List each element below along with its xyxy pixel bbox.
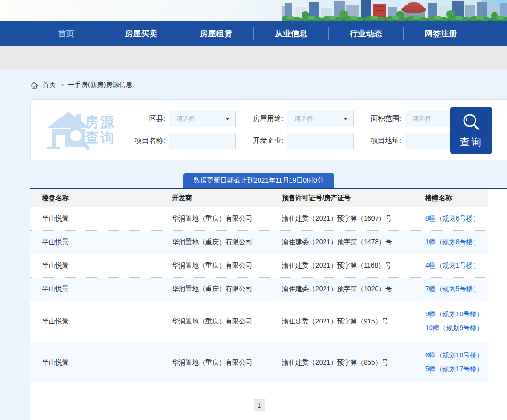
search-form: 区县: -请选择- 房屋用途: -请选择- 面积范围: -请选择- 项目名称:: [129, 111, 483, 149]
results-panel: 楼盘名称 开发商 预售许可证号/房产证号 楼幢名称 半山悦景 华润置地（重庆）有…: [30, 188, 507, 420]
cell-developer: 华润置地（重庆）有限公司: [160, 261, 270, 270]
district-label: 区县:: [129, 114, 165, 123]
cell-developer: 华润置地（重庆）有限公司: [160, 285, 270, 293]
building-link[interactable]: 10幢（规划9号楼）: [425, 324, 488, 333]
results-table: 楼盘名称 开发商 预售许可证号/房产证号 楼幢名称 半山悦景 华润置地（重庆）有…: [30, 189, 488, 383]
building-link[interactable]: 9幢（规划10号楼）: [425, 310, 488, 319]
query-button[interactable]: 查询: [450, 107, 492, 154]
table-row: 半山悦景 华润置地（重庆）有限公司 渝住建委（2021）预字第（1478）号 1…: [30, 231, 488, 254]
nav-item-house-sale[interactable]: 房屋买卖: [104, 21, 179, 46]
chevron-down-icon: [225, 118, 230, 120]
project-address-label: 项目地址:: [365, 136, 401, 145]
pagination: 1: [30, 399, 488, 420]
header-project-name: 楼盘名称: [30, 194, 160, 203]
developer-label: 开发企业:: [247, 136, 283, 145]
cell-project: 半山悦景: [30, 238, 160, 247]
cell-permit: 渝住建委（2021）预字第（1478）号: [270, 238, 413, 247]
logo-text: 房源 查询: [85, 114, 116, 146]
header-building-name: 楼幢名称: [413, 194, 488, 203]
cell-project: 半山悦景: [30, 317, 160, 326]
building-link[interactable]: 5幢（规划17号楼）: [425, 365, 488, 374]
header-developer: 开发商: [160, 194, 270, 203]
cell-permit: 渝住建委（2021）预字第（915）号: [270, 317, 413, 326]
developer-input[interactable]: [287, 133, 354, 149]
housing-search-logo: 房源 查询: [45, 110, 127, 150]
sub-banner-band: [0, 46, 507, 70]
cell-project: 半山悦景: [30, 285, 160, 293]
table-row: 半山悦景 华润置地（重庆）有限公司 渝住建委（2021）预字第（1607）号 8…: [30, 207, 488, 231]
field-house-usage: 房屋用途: -请选择-: [247, 111, 354, 127]
field-developer: 开发企业:: [247, 133, 354, 149]
cell-developer: 华润置地（重庆）有限公司: [160, 358, 270, 367]
building-link[interactable]: 1幢（规划8号楼）: [425, 238, 488, 247]
table-row: 半山悦景 华润置地（重庆）有限公司 渝住建委（2021）预字第（915）号 9幢…: [30, 301, 488, 342]
project-name-label: 项目名称:: [129, 136, 165, 145]
top-banner: [0, 0, 507, 21]
cell-permit: 渝住建委（2021）预字第（1168）号: [270, 261, 413, 270]
cell-project: 半山悦景: [30, 215, 160, 223]
search-panel: 房源 查询 区县: -请选择- 房屋用途: -请选择- 面积范围: -请选择-: [30, 99, 507, 160]
nav-item-home[interactable]: 首页: [29, 21, 104, 46]
search-icon: [461, 113, 481, 132]
building-link[interactable]: 6幢（规划18号楼）: [425, 351, 488, 360]
breadcrumb-current: 一手房(新房)房源信息: [68, 81, 132, 89]
header-permit-number: 预售许可证号/房产证号: [270, 194, 413, 203]
cell-permit: 渝住建委（2021）预字第（1020）号: [270, 285, 413, 293]
banner-city-illustration: [282, 0, 507, 21]
chevron-down-icon: [343, 118, 348, 120]
breadcrumb: 首页 > 一手房(新房)房源信息: [30, 80, 507, 90]
breadcrumb-separator: >: [60, 82, 64, 88]
breadcrumb-home-link[interactable]: 首页: [43, 81, 56, 89]
main-nav: 首页 房屋买卖 房屋租赁 从业信息 行业动态 网签注册: [0, 21, 507, 46]
cell-project: 半山悦景: [30, 261, 160, 270]
building-link[interactable]: 7幢（规划5号楼）: [425, 285, 488, 293]
project-name-input[interactable]: [169, 133, 236, 149]
house-usage-select[interactable]: -请选择-: [287, 111, 354, 127]
field-project-name: 项目名称:: [129, 133, 236, 149]
cell-developer: 华润置地（重庆）有限公司: [160, 215, 270, 223]
table-header-row: 楼盘名称 开发商 预售许可证号/房产证号 楼幢名称: [30, 189, 488, 207]
table-row: 半山悦景 华润置地（重庆）有限公司 渝住建委（2021）预字第（855）号 6幢…: [30, 342, 488, 383]
nav-item-house-rent[interactable]: 房屋租赁: [179, 21, 254, 46]
table-row: 半山悦景 华润置地（重庆）有限公司 渝住建委（2021）预字第（1168）号 4…: [30, 254, 488, 278]
field-district: 区县: -请选择-: [129, 111, 236, 127]
cell-project: 半山悦景: [30, 358, 160, 367]
nav-item-industry-info[interactable]: 从业信息: [253, 21, 328, 46]
page-number-1[interactable]: 1: [254, 399, 265, 411]
house-usage-label: 房屋用途:: [247, 114, 283, 123]
cell-permit: 渝住建委（2021）预字第（855）号: [270, 358, 413, 367]
cell-developer: 华润置地（重庆）有限公司: [160, 238, 270, 247]
table-row: 半山悦景 华润置地（重庆）有限公司 渝住建委（2021）预字第（1020）号 7…: [30, 278, 488, 301]
cell-permit: 渝住建委（2021）预字第（1607）号: [270, 215, 413, 223]
building-link[interactable]: 8幢（规划6号楼）: [425, 215, 488, 223]
cell-developer: 华润置地（重庆）有限公司: [160, 317, 270, 326]
nav-item-industry-news[interactable]: 行业动态: [328, 21, 403, 46]
data-update-notice: 数据更新日期截止到2021年11月19日0时0分: [183, 173, 334, 188]
home-icon: [30, 81, 38, 89]
area-range-label: 面积范围:: [365, 114, 401, 123]
building-link[interactable]: 4幢（规划1号楼）: [425, 261, 488, 270]
nav-item-online-sign[interactable]: 网签注册: [403, 21, 478, 46]
district-select[interactable]: -请选择-: [169, 111, 236, 127]
